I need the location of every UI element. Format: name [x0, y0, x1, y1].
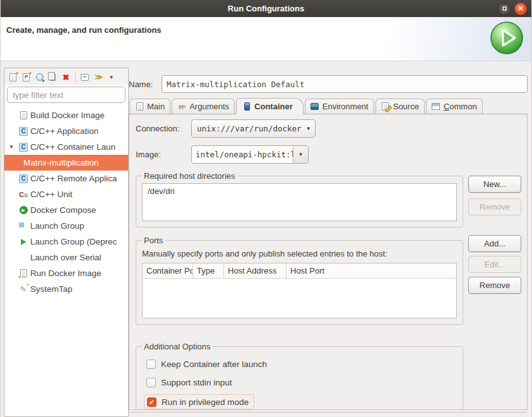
- tab-source[interactable]: Source: [375, 99, 425, 114]
- keep-container-option[interactable]: Keep Container after launch: [142, 356, 457, 372]
- filter-menu-caret-icon[interactable]: ▼: [106, 72, 117, 82]
- tree-item-label: C/C++ Unit: [30, 190, 73, 199]
- configurations-tree: Build Docker Image C C/C++ Application ▼…: [4, 106, 128, 416]
- duplicate-launch-configuration-icon[interactable]: [47, 72, 58, 82]
- tree-item-matrix-multiplication[interactable]: Matrix-multiplication: [4, 155, 128, 171]
- tree-item-launch-over-serial[interactable]: Launch over Serial: [4, 250, 128, 265]
- options-buttons-spacer: [468, 342, 521, 346]
- tab-environment[interactable]: Environment: [305, 99, 374, 114]
- ports-table[interactable]: Container Po Type Host Address Host Port: [142, 263, 457, 318]
- checkbox-checked-icon[interactable]: ✔: [147, 397, 157, 407]
- tree-item-label: Launch over Serial: [30, 253, 102, 262]
- ports-description: Manually specify ports and only publish …: [142, 249, 457, 258]
- titlebar[interactable]: Run Configurations ✕: [1, 0, 531, 17]
- remove-port-button[interactable]: Remove: [468, 277, 521, 294]
- checkbox-unchecked-icon[interactable]: [146, 378, 156, 387]
- column-host-address[interactable]: Host Address: [224, 263, 287, 278]
- new-launch-configuration-icon[interactable]: [8, 72, 18, 82]
- delete-launch-configuration-icon[interactable]: ✖: [61, 72, 71, 82]
- checkbox-unchecked-icon[interactable]: [146, 360, 156, 369]
- tree-item-build-docker-image[interactable]: Build Docker Image: [4, 107, 128, 123]
- dialog-body: ✖ − ≫ ▼ Build Docker Image C C/C++ Appli…: [1, 61, 531, 417]
- connection-value: unix:///var/run/docker: [197, 124, 302, 133]
- tree-item-c-cpp-application[interactable]: C C/C++ Application: [4, 123, 128, 139]
- tab-label: Main: [147, 102, 165, 111]
- tab-container[interactable]: Container: [236, 98, 304, 114]
- launch-group-icon: [20, 224, 25, 229]
- tree-item-launch-group[interactable]: Launch Group: [4, 218, 128, 234]
- filter-wrap: [4, 85, 128, 106]
- bottom-divider: [129, 412, 528, 413]
- window-title: Run Configurations: [1, 4, 531, 13]
- column-container-port[interactable]: Container Po: [143, 263, 193, 278]
- support-stdin-option[interactable]: Support stdin input: [142, 374, 457, 390]
- edit-port-button[interactable]: Edit...: [468, 256, 521, 273]
- new-launch-prototype-icon[interactable]: [21, 72, 32, 82]
- container-tab-content: Connection: unix:///var/run/docker ▼ Ima…: [129, 114, 528, 410]
- ports-table-body[interactable]: [143, 279, 456, 318]
- name-row: Name:: [129, 75, 528, 93]
- privileged-mode-option[interactable]: ✔ Run in privileged mode: [144, 394, 254, 409]
- collapse-all-icon[interactable]: −: [80, 72, 90, 82]
- export-launch-configurations-icon[interactable]: [34, 72, 45, 82]
- connection-row: Connection: unix:///var/run/docker ▼: [136, 119, 521, 138]
- tab-common[interactable]: Common: [426, 99, 483, 114]
- tree-item-label: Matrix-multiplication: [23, 158, 98, 167]
- configurations-sidebar: ✖ − ≫ ▼ Build Docker Image C C/C++ Appli…: [4, 68, 129, 417]
- build-docker-image-icon: [20, 111, 27, 119]
- expander-icon[interactable]: ▼: [4, 144, 18, 150]
- new-host-dir-button[interactable]: New...: [468, 176, 521, 193]
- ports-buttons: Add... Edit... Remove: [468, 235, 521, 294]
- tab-label: Container: [254, 102, 293, 111]
- close-button[interactable]: ✕: [514, 3, 527, 15]
- c-cpp-unit-icon: Cü: [19, 191, 27, 198]
- tree-item-label: SystemTap: [30, 284, 73, 294]
- add-port-button[interactable]: Add...: [468, 235, 521, 252]
- ports-legend: Ports: [142, 236, 165, 245]
- connection-label: Connection:: [136, 124, 191, 133]
- filter-launch-configurations-icon[interactable]: ≫: [93, 72, 103, 82]
- host-dirs-buttons: New... Remove: [468, 171, 521, 215]
- tree-item-c-cpp-container-launcher[interactable]: ▼ C C/C++ Container Laun: [4, 139, 128, 155]
- column-host-port[interactable]: Host Port: [287, 263, 456, 278]
- tree-item-docker-compose[interactable]: ▶ Docker Compose: [4, 202, 128, 218]
- chevron-down-icon: ▼: [303, 126, 310, 131]
- image-combo[interactable]: intel/oneapi-hpckit:l ▼: [191, 145, 309, 164]
- option-label: Run in privileged mode: [162, 397, 249, 407]
- ports-table-header: Container Po Type Host Address Host Port: [143, 263, 456, 279]
- additional-options-group: Additional Options Keep Container after …: [136, 342, 463, 410]
- maximize-icon: [502, 6, 507, 11]
- name-input[interactable]: [162, 75, 528, 93]
- chevron-down-icon[interactable]: ▼: [293, 146, 308, 163]
- tree-item-c-cpp-unit[interactable]: Cü C/C++ Unit: [4, 186, 128, 202]
- environment-tab-icon: [310, 102, 319, 111]
- tree-item-launch-group-deprecated[interactable]: Launch Group (Deprec: [4, 234, 128, 250]
- maximize-button[interactable]: [498, 3, 511, 15]
- window-controls: ✕: [498, 3, 531, 15]
- host-dirs-list[interactable]: /dev/dri: [142, 183, 457, 221]
- connection-combo[interactable]: unix:///var/run/docker ▼: [191, 119, 316, 138]
- tree-item-run-docker-image[interactable]: Run Docker Image: [4, 265, 128, 281]
- systemtap-icon: ✎: [20, 285, 27, 294]
- filter-input[interactable]: [7, 87, 126, 103]
- tree-item-label: C/C++ Remote Applica: [30, 174, 117, 183]
- tree-item-label: Launch Group (Deprec: [30, 237, 117, 246]
- name-label: Name:: [129, 80, 162, 89]
- sidebar-toolbar: ✖ − ≫ ▼: [4, 68, 128, 85]
- tab-main[interactable]: Main: [129, 99, 170, 114]
- run-configurations-dialog: Run Configurations ✕ Create, manage, and…: [0, 0, 532, 417]
- tree-item-systemtap[interactable]: ✎ SystemTap: [4, 281, 128, 297]
- tab-arguments[interactable]: (x)= Arguments: [172, 99, 235, 114]
- additional-options-legend: Additional Options: [142, 342, 213, 351]
- tab-label: Arguments: [189, 102, 229, 111]
- host-dirs-section: Required host directories /dev/dri New..…: [136, 171, 521, 227]
- tree-item-label: Build Docker Image: [30, 111, 105, 120]
- option-label: Keep Container after launch: [161, 360, 267, 369]
- column-type[interactable]: Type: [193, 263, 224, 278]
- tree-item-c-cpp-remote-application[interactable]: C C/C++ Remote Applica: [4, 171, 128, 186]
- remove-host-dir-button[interactable]: Remove: [468, 198, 521, 215]
- banner: Create, manage, and run configurations: [1, 17, 531, 61]
- c-cpp-application-icon: C: [19, 174, 28, 183]
- host-dir-item[interactable]: /dev/dri: [148, 186, 451, 196]
- image-value[interactable]: intel/oneapi-hpckit:l: [192, 146, 293, 163]
